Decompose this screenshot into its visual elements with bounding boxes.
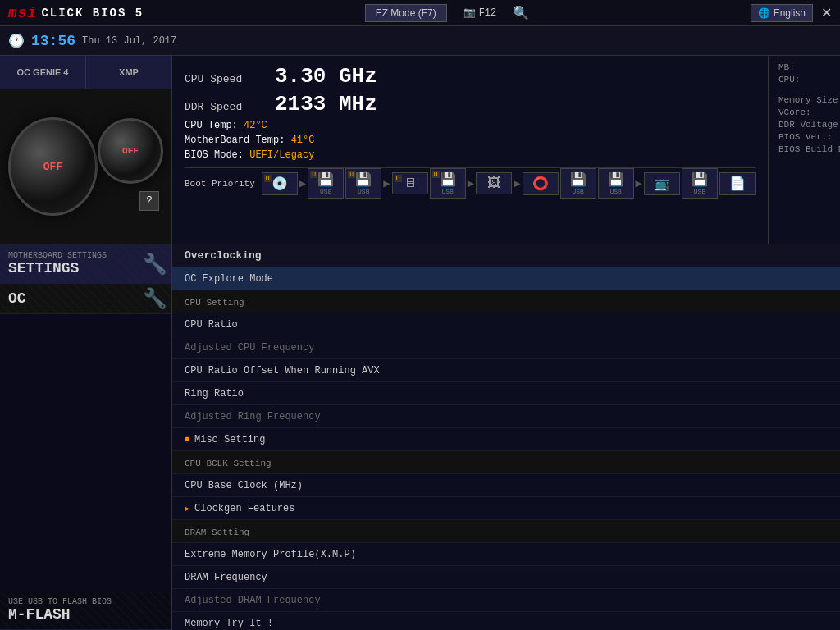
f12-screenshot[interactable]: 📷 F12 — [463, 7, 497, 19]
tools-icon: 🔧 — [143, 252, 167, 276]
top-info-area: CPU Speed 3.30 GHz DDR Speed 2133 MHz CP… — [172, 56, 840, 244]
close-button[interactable]: ✕ — [821, 5, 832, 21]
minus-icon: ■ — [185, 435, 189, 444]
oc-genie-knob[interactable]: OFF — [8, 117, 98, 216]
boot-device-6[interactable]: ⭕ — [523, 172, 559, 195]
bios-product-name: CLICK BIOS 5 — [41, 7, 144, 20]
boot-device-8[interactable]: 💾USB — [598, 168, 634, 199]
oc-genie-button[interactable]: OC GENIE 4 — [0, 56, 86, 89]
boot-device-4[interactable]: U💾USB — [430, 168, 466, 199]
oc-table-container: OC Explore Mode[Normal]CPU SettingCPU Ra… — [172, 267, 840, 630]
boot-device-1[interactable]: U💾USB — [308, 168, 344, 199]
boot-device-10[interactable]: 💾USB — [682, 168, 718, 199]
ddr-voltage-row: DDR Voltage: 1.200V — [778, 120, 840, 130]
topbar: msi CLICK BIOS 5 EZ Mode (F7) 📷 F12 🔍 🌐 … — [0, 0, 840, 26]
oc-row[interactable]: Adjusted Ring Frequency2400MHz — [172, 405, 840, 428]
mb-temp-label: MotherBoard Temp: — [185, 135, 285, 146]
oc-row[interactable]: CPU Base Clock (MHz)100.00 — [172, 474, 840, 497]
cpu-temp-row: CPU Temp: 42°C — [185, 120, 756, 131]
oc-section-title: Overclocking — [185, 249, 262, 262]
oc-row[interactable]: CPU RatioAuto — [172, 313, 840, 336]
left-panel: OC GENIE 4 XMP OFF OFF ? 🔧 Motherboard s… — [0, 56, 172, 630]
oc-section-header: DRAM Setting — [172, 520, 840, 543]
main-layout: OC GENIE 4 XMP OFF OFF ? 🔧 Motherboard s… — [0, 56, 840, 630]
sidebar-item-mflash[interactable]: Use USB to flash BIOS M-FLASH — [0, 591, 171, 630]
boot-device-3[interactable]: U🖥 — [392, 172, 428, 194]
oc-row[interactable]: Memory Try It ![Disabled] — [172, 612, 840, 630]
oc-row[interactable]: DRAM Frequency[Auto] — [172, 566, 840, 589]
camera-icon: 📷 — [463, 7, 476, 19]
arrow-icon: ▶ — [185, 504, 189, 514]
bios-mode-label: BIOS Mode: — [185, 149, 244, 161]
bios-mode-row: BIOS Mode: UEFI/Legacy — [185, 149, 756, 161]
search-icon[interactable]: 🔍 — [513, 5, 529, 21]
help-question-button[interactable]: ? — [139, 191, 159, 211]
language-button[interactable]: 🌐 English — [751, 4, 813, 22]
oc-row[interactable]: OC Explore Mode[Normal] — [172, 267, 840, 290]
ddr-speed-label: DDR Speed — [185, 101, 267, 113]
bios-ver-row: BIOS Ver.: E7A93IMS.120 — [778, 132, 840, 142]
sys-details-panel: MB: X299 SLI PLUS (MS-7A93) CPU: Intel(R… — [768, 56, 840, 244]
cpu-speed-label: CPU Speed — [185, 73, 267, 85]
cpu-temp-label: CPU Temp: — [185, 120, 238, 131]
boot-device-0[interactable]: U💿 — [262, 172, 298, 195]
mem-size-row: Memory Size: 32768MB — [778, 95, 840, 105]
boot-priority-bar: Boot Priority U💿 ▶ U💾USB U💾USB ▶ U🖥 U💾US… — [185, 167, 756, 199]
oc-header: Overclocking HOT KEY | ↩ — [172, 244, 840, 267]
cpu-temp-value: 42°C — [244, 120, 267, 131]
oc-section: Overclocking HOT KEY | ↩ OC Explore Mode… — [172, 244, 840, 630]
cpu-info-box: CPU Speed 3.30 GHz DDR Speed 2133 MHz CP… — [172, 56, 768, 244]
time-display: 13:56 — [31, 33, 75, 49]
sidebar-item-oc[interactable]: 🔧 OC — [0, 284, 171, 314]
boot-device-7[interactable]: 💾USB — [560, 168, 596, 199]
vcore-row: VCore: 1.110V — [778, 107, 840, 117]
mb-row: MB: X299 SLI PLUS (MS-7A93) — [778, 62, 840, 72]
cpu-speed-value: 3.30 GHz — [275, 64, 377, 89]
oc-row[interactable]: Ring RatioAuto — [172, 382, 840, 405]
mb-temp-row: MotherBoard Temp: 41°C — [185, 135, 756, 146]
msi-logo: msi — [8, 5, 37, 21]
boot-device-11[interactable]: 📄 — [719, 172, 756, 195]
cpu-row: CPU: Intel(R) Core(TM) i7-7900X CPU @ 3.… — [778, 75, 840, 93]
center-content: CPU Speed 3.30 GHz DDR Speed 2133 MHz CP… — [172, 56, 840, 630]
clock-icon: 🕐 — [8, 33, 25, 49]
ez-mode-button[interactable]: EZ Mode (F7) — [365, 4, 447, 22]
timebar: 🕐 13:56 Thu 13 Jul, 2017 — [0, 26, 840, 56]
knob-area: OFF OFF ? — [0, 89, 171, 244]
oc-row[interactable]: ▶Clockgen Features — [172, 497, 840, 520]
oc-tools-icon: 🔧 — [143, 287, 167, 311]
globe-icon: 🌐 — [758, 7, 770, 19]
boot-device-5[interactable]: 🖼 — [476, 172, 512, 194]
boot-device-2[interactable]: U💾USB — [345, 168, 381, 199]
oc-row[interactable]: CPU Ratio Offset When Running AVX[Auto] — [172, 359, 840, 382]
oc-row[interactable]: Adjusted CPU Frequency3300MHz — [172, 336, 840, 359]
oc-row[interactable]: Extreme Memory Profile(X.M.P)[Disabled] — [172, 543, 840, 566]
bios-build-row: BIOS Build Date: 06/26/2017 — [778, 144, 840, 154]
boot-priority-label: Boot Priority — [185, 179, 255, 189]
date-display: Thu 13 Jul, 2017 — [82, 35, 176, 47]
oc-section-header: CPU BCLK Setting — [172, 451, 840, 474]
boot-device-9[interactable]: 📺 — [644, 172, 680, 195]
mb-temp-value: 41°C — [291, 135, 315, 146]
sidebar-item-settings[interactable]: 🔧 Motherboard settings SETTINGS — [0, 244, 171, 284]
xmp-knob[interactable]: OFF — [98, 118, 163, 184]
oc-row[interactable]: ■Misc Setting — [172, 428, 840, 451]
xmp-button[interactable]: XMP — [86, 56, 171, 89]
ddr-speed-value: 2133 MHz — [275, 92, 377, 116]
oc-row[interactable]: Adjusted DRAM Frequency2133MHz — [172, 589, 840, 612]
genie-xmp-bar: OC GENIE 4 XMP — [0, 56, 171, 89]
oc-section-header: CPU Setting — [172, 290, 840, 313]
bios-mode-value: UEFI/Legacy — [249, 149, 314, 161]
oc-rows: OC Explore Mode[Normal]CPU SettingCPU Ra… — [172, 267, 840, 630]
